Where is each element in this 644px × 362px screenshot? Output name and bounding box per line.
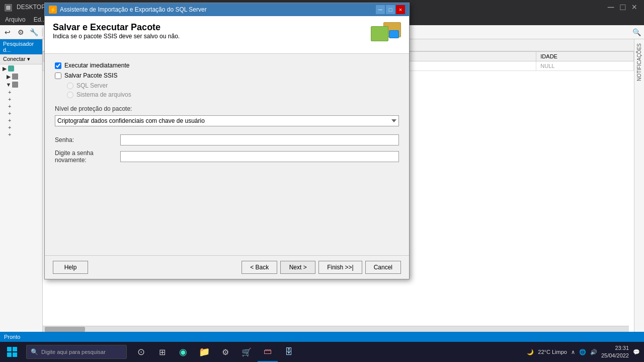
task-view-icon: ⊞ xyxy=(159,347,166,357)
windows-logo xyxy=(7,347,17,357)
taskbar-app-search[interactable]: ⊙ xyxy=(131,342,151,362)
cancel-button[interactable]: Cancel xyxy=(365,261,401,274)
taskbar-right: 🌙 22°C Limpo ∧ 🌐 🔊 23:31 25/04/2022 💬 xyxy=(527,344,644,360)
dialog-header-title: Salvar e Executar Pacote xyxy=(53,22,365,33)
next-button[interactable]: Next > xyxy=(280,261,315,274)
search-placeholder: Digite aqui para pesquisar xyxy=(41,349,106,355)
password-row: Senha: xyxy=(55,134,399,146)
sql-server-radio-group: SQL Server xyxy=(67,82,399,89)
execute-immediately-checkbox[interactable] xyxy=(55,62,61,69)
weather-text: 22°C Limpo xyxy=(538,349,567,355)
sql-server-radio[interactable] xyxy=(67,83,73,89)
taskbar-app-store[interactable]: 🛒 xyxy=(236,342,257,362)
ssms-icon: 🗄 xyxy=(285,347,293,356)
help-button[interactable]: Help xyxy=(53,261,88,274)
taskbar: 🔍 Digite aqui para pesquisar ⊙ ⊞ ◉ 📁 ⚙ 🛒… xyxy=(0,342,644,362)
files-icon: 📁 xyxy=(199,346,210,357)
dialog-header: Salvar e Executar Pacote Indica se o pac… xyxy=(45,16,409,54)
filesystem-radio[interactable] xyxy=(67,92,73,98)
protection-level-label: Nível de proteção do pacote: xyxy=(55,105,399,112)
password-confirm-label: Digite a senha novamente: xyxy=(55,150,120,164)
edge-icon: ◉ xyxy=(179,346,187,357)
sql-server-label: SQL Server xyxy=(76,82,108,89)
dialog-icon: ⚡ xyxy=(49,6,57,14)
protection-level-select[interactable]: Criptografar dados confidenciais com cha… xyxy=(55,115,399,126)
dialog-header-subtitle: Indica se o pacote SSIS deve ser salvo o… xyxy=(53,33,365,40)
execute-immediately-group: Executar imediatamente xyxy=(55,62,399,69)
back-button[interactable]: < Back xyxy=(242,261,277,274)
execute-immediately-label: Executar imediatamente xyxy=(64,62,129,69)
settings-icon: ⚙ xyxy=(222,347,229,357)
filesystem-label: Sistema de arquivos xyxy=(76,91,131,98)
taskbar-app-task-view[interactable]: ⊞ xyxy=(152,342,172,362)
dialog-footer: Help < Back Next > Finish >>| Cancel xyxy=(45,255,409,279)
save-ssis-group: Salvar Pacote SSIS xyxy=(55,72,399,79)
taskbar-app-ssms[interactable]: 🗄 xyxy=(279,342,299,362)
network-icon: 🌐 xyxy=(579,349,586,355)
start-button[interactable] xyxy=(0,342,24,362)
clock: 23:31 xyxy=(601,344,629,352)
volume-icon[interactable]: 🔊 xyxy=(590,349,597,355)
dialog-body: Executar imediatamente Salvar Pacote SSI… xyxy=(45,54,409,255)
sql-icon: 🗃 xyxy=(264,347,272,356)
dialog-controls: ─ □ × xyxy=(376,5,405,14)
password-input[interactable] xyxy=(120,134,399,146)
taskbar-app-settings[interactable]: ⚙ xyxy=(215,342,235,362)
protection-level-group: Nível de proteção do pacote: Criptografa… xyxy=(55,105,399,126)
dialog-titlebar: ⚡ Assistente de Importação e Exportação … xyxy=(45,3,409,16)
search-icon: 🔍 xyxy=(31,348,38,355)
dialog-maximize[interactable]: □ xyxy=(386,5,395,14)
dialog-overlay: ⚡ Assistente de Importação e Exportação … xyxy=(0,0,644,362)
protection-level-dropdown-wrapper: Criptografar dados confidenciais com cha… xyxy=(55,115,399,126)
chevron-up-icon[interactable]: ∧ xyxy=(571,349,575,355)
taskbar-app-sql[interactable]: 🗃 xyxy=(258,342,278,362)
sql-dialog: ⚡ Assistente de Importação e Exportação … xyxy=(44,3,410,279)
dialog-header-icon xyxy=(371,22,401,47)
dialog-title: Assistente de Importação e Exportação do… xyxy=(60,6,373,13)
weather-icon: 🌙 xyxy=(527,349,534,355)
taskbar-apps: ⊙ ⊞ ◉ 📁 ⚙ 🛒 🗃 🗄 xyxy=(131,342,299,362)
dialog-minimize[interactable]: ─ xyxy=(376,5,385,14)
save-ssis-label: Salvar Pacote SSIS xyxy=(64,72,117,79)
store-icon: 🛒 xyxy=(242,347,252,357)
footer-right: < Back Next > Finish >>| Cancel xyxy=(242,261,401,274)
taskbar-time[interactable]: 23:31 25/04/2022 xyxy=(601,344,629,360)
password-confirm-row: Digite a senha novamente: xyxy=(55,150,399,164)
taskbar-app-edge[interactable]: ◉ xyxy=(173,342,193,362)
taskbar-app-files[interactable]: 📁 xyxy=(194,342,214,362)
search-circle-icon: ⊙ xyxy=(137,346,145,357)
password-confirm-input[interactable] xyxy=(120,151,399,162)
finish-button[interactable]: Finish >>| xyxy=(318,261,362,274)
password-label: Senha: xyxy=(55,136,120,143)
date: 25/04/2022 xyxy=(601,352,629,359)
taskbar-search-box[interactable]: 🔍 Digite aqui para pesquisar xyxy=(26,345,127,359)
notification-icon[interactable]: 💬 xyxy=(633,349,640,355)
dialog-close[interactable]: × xyxy=(396,5,405,14)
save-ssis-checkbox[interactable] xyxy=(55,73,61,79)
filesystem-radio-group: Sistema de arquivos xyxy=(67,91,399,98)
